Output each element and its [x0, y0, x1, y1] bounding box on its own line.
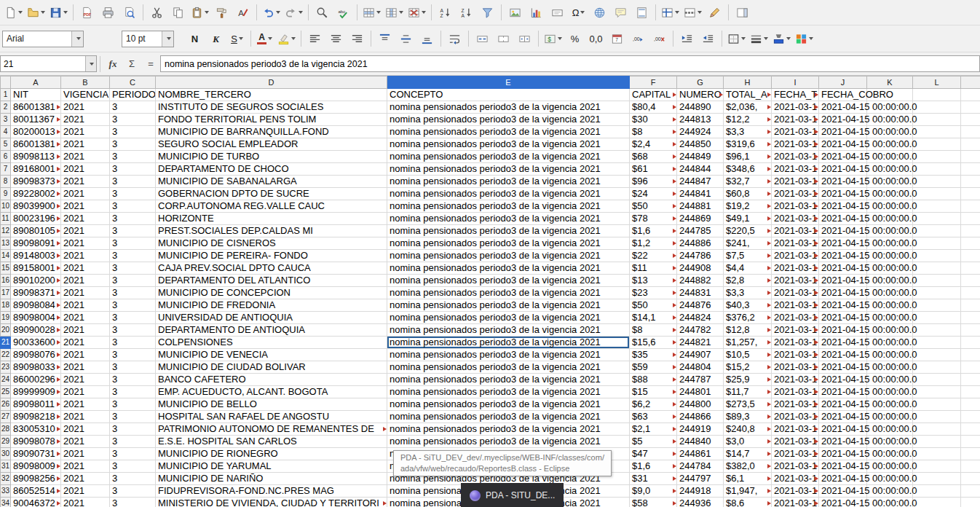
cell-D5[interactable]: SEGURO SOCIAL EMPLEADOR — [156, 138, 387, 151]
column-header-H[interactable]: H — [724, 76, 772, 89]
cell-I10[interactable]: 2021-03-1 — [772, 200, 819, 213]
cell-E28[interactable]: nomina pensionados periodo3 de la vigenc… — [387, 423, 630, 436]
cell-I18[interactable]: 2021-03-1 — [772, 299, 819, 312]
cell-I7[interactable]: 2021-03-1 — [772, 163, 819, 176]
format-date-button[interactable]: 7 — [607, 29, 627, 49]
cell-x2[interactable] — [961, 101, 980, 114]
row-header-20[interactable]: 20 — [1, 324, 11, 337]
cell-K20[interactable] — [867, 324, 913, 337]
cell-L21[interactable] — [913, 337, 961, 349]
cell-G29[interactable]: 244840 — [677, 436, 724, 448]
cell-x4[interactable] — [961, 126, 980, 138]
cell-L5[interactable] — [913, 138, 961, 151]
cell-C27[interactable]: 3 — [110, 411, 156, 423]
cell-E19[interactable]: nomina pensionados periodo3 de la vigenc… — [387, 312, 630, 324]
font-color-button[interactable]: A — [255, 29, 274, 49]
cell-x33[interactable] — [961, 485, 980, 498]
cell-C28[interactable]: 3 — [110, 423, 156, 436]
cell-L8[interactable] — [913, 176, 961, 188]
cell-K28[interactable] — [867, 423, 913, 436]
cell-K6[interactable] — [867, 151, 913, 163]
cell-G16[interactable]: 244882 — [677, 275, 724, 287]
cell-G30[interactable]: 244861 — [677, 448, 724, 460]
column-header-C[interactable]: C — [110, 76, 156, 89]
cell-K23[interactable] — [867, 361, 913, 374]
cell-D21[interactable]: COLPENSIONES — [156, 337, 387, 349]
cell-I21[interactable]: 2021-03-1 — [772, 337, 819, 349]
cell-H30[interactable]: $14,7 — [724, 448, 772, 460]
sort-ascending-button[interactable]: AZ — [435, 3, 455, 23]
borders-button[interactable] — [726, 29, 747, 49]
cell-F14[interactable]: $22 — [630, 250, 677, 262]
cell-L14[interactable] — [913, 250, 961, 262]
cell-x18[interactable] — [961, 299, 980, 312]
open-button[interactable] — [25, 3, 47, 23]
paste-button[interactable] — [189, 3, 210, 23]
cell-C32[interactable]: 3 — [110, 473, 156, 485]
cell-L18[interactable] — [913, 299, 961, 312]
cell-L6[interactable] — [913, 151, 961, 163]
cell-E16[interactable]: nomina pensionados periodo3 de la vigenc… — [387, 275, 630, 287]
cell-K16[interactable] — [867, 275, 913, 287]
cell-G19[interactable]: 244824 — [677, 312, 724, 324]
show-draw-functions-button[interactable] — [705, 3, 724, 23]
hyperlink-button[interactable] — [590, 3, 609, 23]
chevron-down-icon[interactable] — [162, 31, 173, 47]
cell-x10[interactable] — [961, 200, 980, 213]
cell-A32[interactable]: 89098256 — [11, 473, 61, 485]
row-header-3[interactable]: 3 — [1, 114, 11, 126]
increase-indent-button[interactable] — [677, 29, 697, 49]
cell-I30[interactable]: 2021-03-1 — [772, 448, 819, 460]
cell-F17[interactable]: $23 — [630, 287, 677, 299]
cell-B7[interactable]: 2021 — [61, 163, 110, 176]
cell-J22[interactable]: 2021-04-15 00:00:00.0 — [819, 349, 867, 361]
cell-J2[interactable]: 2021-04-15 00:00:00.0 — [819, 101, 867, 114]
cell-J34[interactable]: 2021-04-15 00:00:00.0 — [819, 498, 867, 507]
cell-G8[interactable]: 244847 — [677, 176, 724, 188]
cell-H19[interactable]: $376,2 — [724, 312, 772, 324]
cell-G33[interactable]: 244918 — [677, 485, 724, 498]
cell-G25[interactable]: 244801 — [677, 386, 724, 398]
cell-D10[interactable]: CORP.AUTONOMA REG.VALLE CAUC — [156, 200, 387, 213]
cell-J28[interactable]: 2021-04-15 00:00:00.0 — [819, 423, 867, 436]
cell-F31[interactable]: $1,6 — [630, 460, 677, 473]
cell-E3[interactable]: nomina pensionados periodo3 de la vigenc… — [387, 114, 630, 126]
cell-I22[interactable]: 2021-03-1 — [772, 349, 819, 361]
cell-H8[interactable]: $32,7 — [724, 176, 772, 188]
cell-D31[interactable]: MUNICIPIO DE YARUMAL — [156, 460, 387, 473]
cell-H5[interactable]: $319,6 — [724, 138, 772, 151]
cell-J7[interactable]: 2021-04-15 00:00:00.0 — [819, 163, 867, 176]
row-header-11[interactable]: 11 — [1, 213, 11, 225]
cell-x25[interactable] — [961, 386, 980, 398]
cell-J27[interactable]: 2021-04-15 00:00:00.0 — [819, 411, 867, 423]
cell-D2[interactable]: INSTITUTO DE SEGUROS SOCIALES — [156, 101, 387, 114]
cell-K19[interactable] — [867, 312, 913, 324]
cell-H24[interactable]: $25,9 — [724, 374, 772, 386]
cell-A27[interactable]: 89098218 — [11, 411, 61, 423]
cell-L27[interactable] — [913, 411, 961, 423]
row-header-5[interactable]: 5 — [1, 138, 11, 151]
cell-F16[interactable]: $13 — [630, 275, 677, 287]
cell-F28[interactable]: $2,1 — [630, 423, 677, 436]
merge-cells-button[interactable] — [494, 29, 513, 49]
row-header-18[interactable]: 18 — [1, 299, 11, 312]
chevron-down-icon[interactable] — [71, 31, 83, 47]
cell-K18[interactable] — [867, 299, 913, 312]
copy-button[interactable] — [168, 3, 188, 23]
cell-A29[interactable]: 89098078 — [11, 436, 61, 448]
cell-H14[interactable]: $7,5 — [724, 250, 772, 262]
cell-E8[interactable]: nomina pensionados periodo3 de la vigenc… — [387, 176, 630, 188]
cell-L31[interactable] — [913, 460, 961, 473]
insert-column-button[interactable] — [384, 3, 405, 23]
cell-E10[interactable]: nomina pensionados periodo3 de la vigenc… — [387, 200, 630, 213]
cell-E26[interactable]: nomina pensionados periodo3 de la vigenc… — [387, 398, 630, 411]
cell-B29[interactable]: 2021 — [61, 436, 110, 448]
cell-H31[interactable]: $382,0 — [724, 460, 772, 473]
cell-H11[interactable]: $49,1 — [724, 213, 772, 225]
cell-A5[interactable]: 86001381 — [11, 138, 61, 151]
cell-L11[interactable] — [913, 213, 961, 225]
cell-G3[interactable]: 244813 — [677, 114, 724, 126]
cell-F33[interactable]: $9,0 — [630, 485, 677, 498]
cell-J4[interactable]: 2021-04-15 00:00:00.0 — [819, 126, 867, 138]
row-header-29[interactable]: 29 — [1, 436, 11, 448]
